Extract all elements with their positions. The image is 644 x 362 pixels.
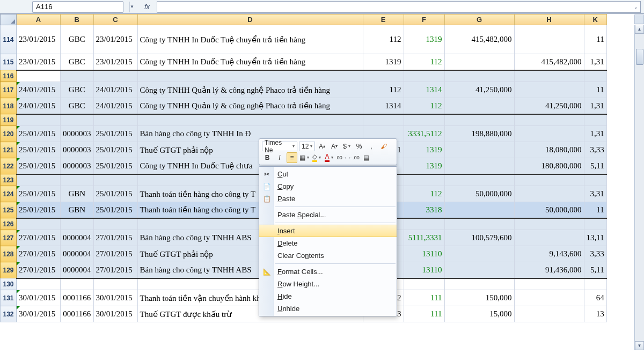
cell[interactable]: 0001166 <box>61 306 94 322</box>
scroll-down-icon[interactable]: ▼ <box>635 341 644 350</box>
cell[interactable] <box>137 114 363 126</box>
col-header-k[interactable]: K <box>584 14 606 25</box>
cell[interactable]: 11 <box>584 82 606 98</box>
cell[interactable]: 1,31 <box>584 126 606 142</box>
ctx-paste-special[interactable]: Paste Special... <box>259 209 397 221</box>
cell[interactable]: 5,11 <box>584 262 606 278</box>
cell[interactable]: 1319 <box>363 54 404 70</box>
cell[interactable] <box>93 70 137 82</box>
cell[interactable]: 3,33 <box>584 142 606 158</box>
comma-format-icon[interactable]: , <box>366 141 377 152</box>
cell[interactable]: 112 <box>363 82 404 98</box>
cell[interactable] <box>514 126 584 142</box>
cell[interactable]: 25/01/2015 <box>93 126 137 142</box>
cell[interactable]: 180,800,000 <box>514 158 584 174</box>
cell[interactable]: Công ty TNHH Quản lý & công nghệ Phaco t… <box>137 98 363 114</box>
ctx-format-cells[interactable]: 📐Format Cells... <box>259 265 397 278</box>
cell[interactable]: 91,436,000 <box>514 262 584 278</box>
col-header-d[interactable]: D <box>137 14 363 25</box>
cell[interactable]: 5111,3331 <box>404 230 444 246</box>
cell[interactable] <box>584 174 606 186</box>
col-header-g[interactable]: G <box>444 14 514 25</box>
cell[interactable]: GBN <box>61 202 94 218</box>
font-size-combo[interactable]: 12 <box>299 142 315 151</box>
cell[interactable] <box>514 174 584 186</box>
cell[interactable]: 112 <box>404 98 444 114</box>
row-header[interactable]: 125 <box>1 202 17 218</box>
cell[interactable]: 100,579,600 <box>444 230 514 246</box>
cell[interactable]: 112 <box>404 186 444 202</box>
cell[interactable]: 27/01/2015 <box>93 246 137 262</box>
row-header[interactable]: 120 <box>1 126 17 142</box>
cell[interactable]: 198,880,000 <box>444 126 514 142</box>
cell[interactable] <box>514 82 584 98</box>
percent-format-icon[interactable]: % <box>354 141 364 152</box>
cell[interactable]: Công ty TNHH In Đuốc Tuệ chuyển trả tiền… <box>137 54 363 70</box>
cell[interactable]: 25/01/2015 <box>17 126 61 142</box>
cell[interactable] <box>514 290 584 306</box>
cell[interactable]: GBC <box>61 82 94 98</box>
scroll-thumb[interactable] <box>636 49 643 65</box>
cell[interactable]: 112 <box>404 54 444 70</box>
row-header[interactable]: 114 <box>1 25 17 54</box>
cell[interactable] <box>584 70 606 82</box>
cell[interactable]: 0000004 <box>61 262 94 278</box>
cell[interactable]: GBC <box>61 98 94 114</box>
cell[interactable]: 24/01/2015 <box>93 98 137 114</box>
cell[interactable] <box>17 114 61 126</box>
cell[interactable]: 11 <box>584 25 606 54</box>
cell[interactable]: GBC <box>61 25 94 54</box>
cell[interactable]: 0000004 <box>61 230 94 246</box>
cell[interactable]: 24/01/2015 <box>17 98 61 114</box>
row-header[interactable]: 123 <box>1 174 17 186</box>
row-header[interactable]: 132 <box>1 306 17 322</box>
cell[interactable]: 30/01/2015 <box>17 290 61 306</box>
cell[interactable]: GBC <box>61 54 94 70</box>
row-header[interactable]: 124 <box>1 186 17 202</box>
cell[interactable]: 111 <box>404 306 444 322</box>
cell[interactable] <box>363 70 404 82</box>
cell[interactable]: 41,250,000 <box>444 82 514 98</box>
cell[interactable]: 30/01/2015 <box>17 306 61 322</box>
cell[interactable]: 5,11 <box>584 158 606 174</box>
cell[interactable]: Công ty TNHH In Đuốc Tuệ chuyển trả tiền… <box>137 25 363 54</box>
row-header[interactable]: 128 <box>1 246 17 262</box>
cell[interactable] <box>404 70 444 82</box>
cell[interactable]: 1,31 <box>584 98 606 114</box>
row-header[interactable]: 126 <box>1 218 17 230</box>
borders-icon[interactable]: ▦ <box>299 152 310 163</box>
cell[interactable]: 25/01/2015 <box>17 202 61 218</box>
cell[interactable] <box>93 174 137 186</box>
ctx-hide[interactable]: Hide <box>259 290 397 302</box>
row-header[interactable]: 117 <box>1 82 17 98</box>
cell[interactable] <box>444 278 514 290</box>
cell[interactable]: 13,11 <box>584 230 606 246</box>
cell[interactable] <box>444 114 514 126</box>
col-header-f[interactable]: F <box>404 14 444 25</box>
cell[interactable] <box>514 114 584 126</box>
cell[interactable]: 150,000 <box>444 290 514 306</box>
cell[interactable]: 23/01/2015 <box>93 54 137 70</box>
cell[interactable]: 23/01/2015 <box>17 54 61 70</box>
cell[interactable]: 1319 <box>404 158 444 174</box>
cell[interactable] <box>514 186 584 202</box>
name-box-dropdown[interactable]: ▼ <box>129 2 134 12</box>
ctx-delete[interactable]: Delete <box>259 237 397 249</box>
cell[interactable]: 9,143,600 <box>514 246 584 262</box>
row-header[interactable]: 122 <box>1 158 17 174</box>
cell[interactable]: 25/01/2015 <box>17 186 61 202</box>
cell[interactable]: 415,482,000 <box>514 54 584 70</box>
cell[interactable] <box>444 202 514 218</box>
cell[interactable] <box>17 174 61 186</box>
fill-color-icon[interactable]: ◇ <box>311 152 322 163</box>
ctx-insert[interactable]: Insert <box>259 225 397 237</box>
cell[interactable] <box>404 218 444 230</box>
center-align-icon[interactable]: ≡ <box>287 152 297 163</box>
cell[interactable] <box>444 158 514 174</box>
row-header[interactable]: 121 <box>1 142 17 158</box>
format-painter-icon[interactable]: 🖌 <box>378 141 389 152</box>
cell[interactable]: Công ty TNHH Quản lý & công nghệ Phaco t… <box>137 82 363 98</box>
cell[interactable] <box>17 70 61 82</box>
vertical-scrollbar[interactable]: ▲ ▼ <box>634 25 644 350</box>
name-box-input[interactable] <box>33 3 129 11</box>
